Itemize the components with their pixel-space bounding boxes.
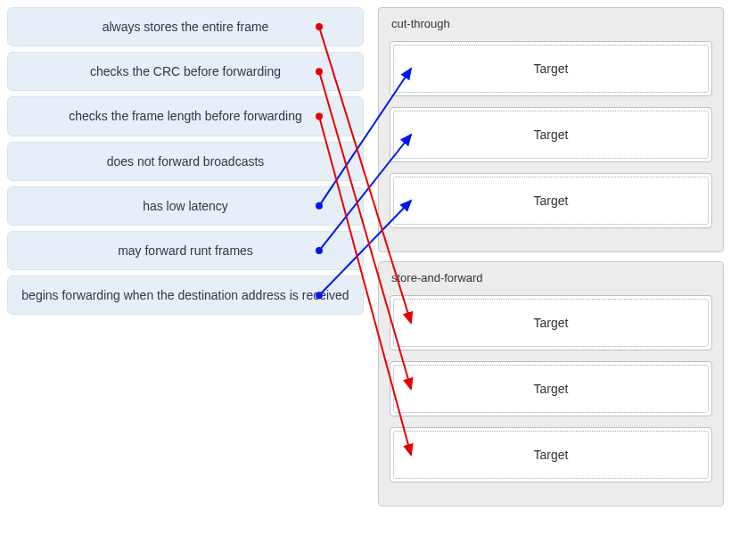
- target-placeholder: Target: [393, 111, 709, 159]
- source-item-low-latency[interactable]: has low latency: [7, 186, 364, 226]
- target-placeholder: Target: [393, 431, 709, 479]
- matching-container: always stores the entire frame checks th…: [7, 7, 724, 506]
- target-slot[interactable]: Target: [390, 427, 712, 482]
- target-slot[interactable]: Target: [390, 41, 712, 96]
- source-item-checks-crc[interactable]: checks the CRC before forwarding: [7, 52, 364, 91]
- source-item-stores-frame[interactable]: always stores the entire frame: [7, 7, 364, 46]
- source-column: always stores the entire frame checks th…: [7, 7, 364, 506]
- group-title-cut-through: cut-through: [391, 17, 714, 30]
- source-item-no-broadcast[interactable]: does not forward broadcasts: [7, 142, 364, 181]
- target-slot[interactable]: Target: [390, 107, 712, 162]
- source-item-checks-length[interactable]: checks the frame length before forwardin…: [7, 96, 364, 136]
- group-title-store-and-forward: store-and-forward: [391, 271, 714, 284]
- target-column: cut-through Target Target Target store-a…: [378, 7, 724, 506]
- target-slot[interactable]: Target: [390, 173, 712, 228]
- source-item-runt-frames[interactable]: may forward runt frames: [7, 231, 364, 270]
- source-item-dest-address[interactable]: begins forwarding when the destination a…: [7, 276, 364, 315]
- target-placeholder: Target: [393, 177, 709, 225]
- target-slot[interactable]: Target: [390, 295, 712, 350]
- target-slot[interactable]: Target: [390, 361, 712, 416]
- target-placeholder: Target: [393, 45, 709, 93]
- group-cut-through: cut-through Target Target Target: [378, 7, 724, 252]
- group-store-and-forward: store-and-forward Target Target Target: [378, 261, 724, 506]
- target-placeholder: Target: [393, 299, 709, 347]
- target-placeholder: Target: [393, 365, 709, 413]
